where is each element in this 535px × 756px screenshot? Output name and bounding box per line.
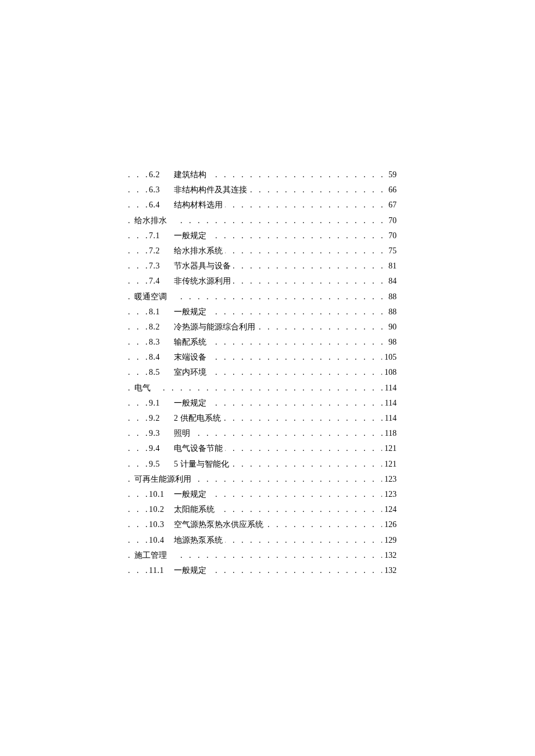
- page-number: 59: [386, 167, 397, 182]
- page-number: 70: [386, 228, 397, 243]
- leader-dots: [128, 381, 397, 396]
- section-number: 6.2: [149, 167, 167, 182]
- toc-section-line: 11.1 一般规定132: [128, 563, 397, 578]
- chapter-prefix-dot: .: [128, 475, 134, 483]
- section-title: 一般规定: [174, 566, 209, 575]
- page-number: 66: [386, 182, 397, 198]
- toc-section-line: 9.5 5 计量与智能化121: [128, 457, 397, 472]
- toc-section-line: 7.3 节水器具与设备81: [128, 259, 397, 274]
- page-number: 88: [386, 304, 397, 320]
- toc-section-line: 9.3 照明118: [128, 426, 397, 441]
- section-number: 8.3: [149, 335, 167, 350]
- section-number: 10.4: [149, 533, 167, 548]
- page-number: 70: [386, 213, 397, 228]
- chapter-title: 暖通空调: [134, 292, 169, 301]
- page-number: 121: [382, 441, 397, 456]
- section-number: 6.4: [149, 198, 167, 213]
- section-title: 地源热泵系统: [174, 536, 225, 544]
- toc-chapter-line: 7. 给水排水 70: [128, 213, 397, 228]
- section-title: 输配系统: [174, 338, 209, 346]
- toc-section-line: 6.2 建筑结构59: [128, 167, 397, 182]
- section-number: 9.3: [149, 426, 167, 441]
- section-title: 一般规定: [174, 399, 209, 407]
- toc-section-line: 6.3 非结构构件及其连接66: [128, 182, 397, 198]
- page-number: 67: [386, 198, 397, 213]
- page-number: 124: [382, 502, 397, 517]
- toc-section-line: 7.2 给水排水系统75: [128, 243, 397, 259]
- section-number: 9.5: [149, 457, 167, 472]
- toc-section-line: 10.3 空气源热泵热水供应系统126: [128, 517, 397, 532]
- section-title: 冷热源与能源综合利用: [174, 323, 258, 331]
- section-title: 照明: [174, 429, 192, 438]
- section-title: 空气源热泵热水供应系统: [174, 520, 266, 529]
- toc-section-line: 8.4 末端设备105: [128, 350, 397, 365]
- page-number: 114: [383, 381, 397, 396]
- table-of-contents: 6.2 建筑结构596.3 非结构构件及其连接666.4 结构材料选用677. …: [128, 167, 397, 578]
- toc-section-line: 6.4 结构材料选用67: [128, 198, 397, 213]
- page-number: 123: [382, 487, 397, 502]
- section-number: 9.2: [149, 411, 167, 426]
- section-number: 6.3: [149, 182, 167, 198]
- section-title: 一般规定: [174, 307, 209, 316]
- page-number: 90: [386, 320, 397, 335]
- toc-section-line: 9.1 一般规定114: [128, 396, 397, 411]
- chapter-prefix-dot: .: [128, 292, 134, 301]
- page-number: 88: [386, 289, 397, 304]
- page-number: 75: [386, 243, 397, 259]
- section-title: 室内环境: [174, 368, 209, 377]
- section-number: 8.4: [149, 350, 167, 365]
- chapter-prefix-dot: .: [128, 384, 134, 392]
- toc-section-line: 10.1 一般规定123: [128, 487, 397, 502]
- section-number: 10.1: [149, 487, 167, 502]
- section-title: 一般规定: [174, 231, 209, 240]
- page-number: 114: [383, 396, 397, 411]
- section-title: 非结构构件及其连接: [174, 185, 249, 194]
- toc-chapter-line: 9. 电气 114: [128, 381, 397, 396]
- section-number: 10.3: [149, 517, 167, 532]
- chapter-title: 可再生能源利用: [134, 475, 194, 483]
- page-number: 132: [382, 548, 397, 563]
- page-number: 98: [386, 335, 397, 350]
- toc-chapter-line: 11. 施工管理 132: [128, 548, 397, 563]
- section-number: 7.2: [149, 243, 167, 259]
- page-number: 126: [382, 517, 397, 532]
- toc-section-line: 8.5 室内环境108: [128, 365, 397, 380]
- page-number: 114: [383, 411, 397, 426]
- section-title: 给水排水系统: [174, 246, 225, 255]
- section-title: 末端设备: [174, 353, 209, 361]
- toc-section-line: 9.4 电气设备节能121: [128, 441, 397, 456]
- toc-section-line: 8.3 输配系统98: [128, 335, 397, 350]
- section-title: 一般规定: [174, 490, 209, 499]
- section-title: 5 计量与智能化: [174, 460, 231, 468]
- page-number: 84: [386, 274, 397, 289]
- toc-chapter-line: 10. 可再生能源利用 123: [128, 472, 397, 487]
- toc-section-line: 8.2 冷热源与能源综合利用90: [128, 320, 397, 335]
- page-number: 129: [382, 533, 397, 548]
- toc-section-line: 7.4 非传统水源利用84: [128, 274, 397, 289]
- page-number: 118: [383, 426, 397, 441]
- toc-section-line: 9.2 2 供配电系统114: [128, 411, 397, 426]
- section-number: 10.2: [149, 502, 167, 517]
- page-number: 132: [382, 563, 397, 578]
- section-number: 7.1: [149, 228, 167, 243]
- section-title: 太阳能系统: [174, 505, 217, 514]
- toc-section-line: 7.1 一般规定70: [128, 228, 397, 243]
- section-number: 9.4: [149, 441, 167, 456]
- page-number: 105: [382, 350, 397, 365]
- toc-section-line: 10.2 太阳能系统124: [128, 502, 397, 517]
- page-number: 123: [382, 472, 397, 487]
- page-number: 81: [386, 259, 397, 274]
- section-number: 7.4: [149, 274, 167, 289]
- chapter-title: 施工管理: [134, 551, 169, 560]
- section-title: 节水器具与设备: [174, 261, 233, 270]
- chapter-title: 电气: [134, 384, 153, 392]
- section-title: 2 供配电系统: [174, 414, 223, 422]
- section-number: 7.3: [149, 259, 167, 274]
- section-number: 8.2: [149, 320, 167, 335]
- chapter-prefix-dot: .: [128, 216, 134, 225]
- page-number: 121: [382, 457, 397, 472]
- toc-section-line: 8.1 一般规定88: [128, 304, 397, 320]
- chapter-title: 给水排水: [134, 216, 169, 225]
- section-title: 建筑结构: [174, 170, 209, 179]
- section-title: 电气设备节能: [174, 444, 225, 453]
